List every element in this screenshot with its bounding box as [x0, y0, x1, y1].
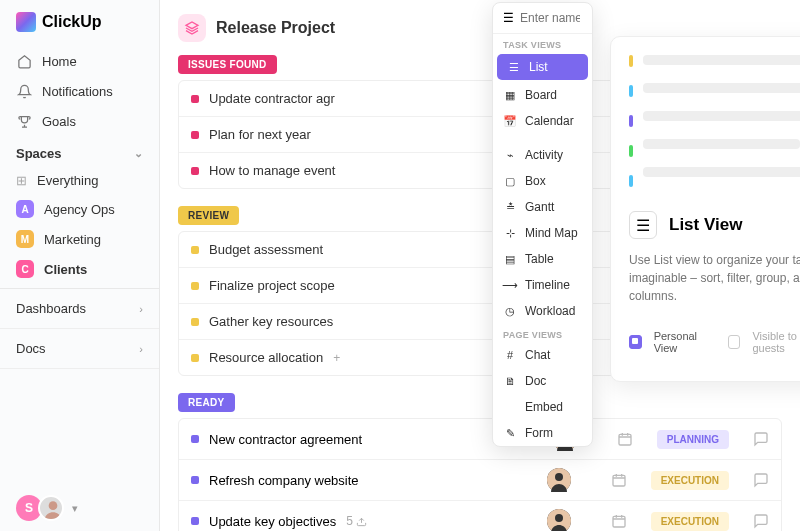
- grid-icon: ⊞: [16, 173, 27, 188]
- space-item-marketing[interactable]: MMarketing: [0, 224, 159, 254]
- comment-icon[interactable]: [753, 431, 769, 447]
- nav-docs[interactable]: Docs ›: [0, 329, 159, 369]
- task-title: Plan for next year: [209, 127, 311, 142]
- view-option-gantt[interactable]: ≛Gantt: [493, 194, 592, 220]
- space-everything-label: Everything: [37, 173, 98, 188]
- preview-description: Use List view to organize your tasks in …: [629, 251, 800, 305]
- view-name-input[interactable]: [520, 11, 580, 25]
- view-option-list[interactable]: ☰List: [497, 54, 588, 80]
- status-dot: [191, 167, 199, 175]
- spaces-header[interactable]: Spaces ⌄: [0, 136, 159, 167]
- view-preview-panel: ☰ List View Use List view to organize yo…: [610, 36, 800, 382]
- task-row[interactable]: Update key objectives5 EXECUTION: [179, 501, 781, 531]
- space-item-agency-ops[interactable]: AAgency Ops: [0, 194, 159, 224]
- visible-guests-checkbox[interactable]: [728, 335, 741, 349]
- chevron-down-icon: ▾: [72, 502, 78, 515]
- view-option-embed[interactable]: Embed: [493, 394, 592, 420]
- status-dot: [191, 435, 199, 443]
- status-dot: [191, 95, 199, 103]
- space-item-clients[interactable]: CClients: [0, 254, 159, 284]
- doc-icon: 🗎: [503, 374, 517, 388]
- list-icon: ☰: [503, 11, 514, 25]
- task-title: Finalize project scope: [209, 278, 335, 293]
- user-switcher[interactable]: S ▾: [16, 495, 78, 521]
- brand-name: ClickUp: [42, 13, 102, 31]
- ready-task-list: New contractor agreement PLANNING Refres…: [178, 418, 782, 531]
- view-option-mind-map[interactable]: ⊹Mind Map: [493, 220, 592, 246]
- chevron-right-icon: ›: [139, 303, 143, 315]
- space-badge: A: [16, 200, 34, 218]
- nav-dashboards-label: Dashboards: [16, 301, 86, 316]
- view-option-label: Activity: [525, 148, 563, 162]
- svg-point-5: [555, 473, 563, 481]
- task-tag[interactable]: EXECUTION: [651, 471, 729, 490]
- section-badge-ready[interactable]: READY: [178, 393, 235, 412]
- nav-dashboards[interactable]: Dashboards ›: [0, 289, 159, 329]
- view-option-label: Gantt: [525, 200, 554, 214]
- task-row[interactable]: Refresh company website EXECUTION: [179, 460, 781, 501]
- nav-docs-label: Docs: [16, 341, 46, 356]
- calendar-icon[interactable]: [611, 513, 627, 529]
- space-name: Agency Ops: [44, 202, 115, 217]
- svg-point-8: [555, 514, 563, 522]
- space-name: Marketing: [44, 232, 101, 247]
- comment-icon[interactable]: [753, 472, 769, 488]
- personal-view-label: Personal View: [654, 330, 716, 354]
- subtask-count: 5: [346, 514, 367, 528]
- box-icon: ▢: [503, 174, 517, 188]
- workload-icon: ◷: [503, 304, 517, 318]
- user-avatar-photo: [38, 495, 64, 521]
- calendar-icon[interactable]: [611, 472, 627, 488]
- view-option-label: Mind Map: [525, 226, 578, 240]
- task-tag[interactable]: EXECUTION: [651, 512, 729, 531]
- task-row[interactable]: New contractor agreement PLANNING: [179, 419, 781, 460]
- view-option-calendar[interactable]: 📅Calendar: [493, 108, 592, 134]
- preview-skeleton: [629, 55, 800, 191]
- chevron-down-icon: ⌄: [134, 147, 143, 160]
- task-title: Budget assessment: [209, 242, 323, 257]
- section-ready: READY New contractor agreement PLANNING …: [178, 392, 782, 531]
- status-dot: [191, 282, 199, 290]
- activity-icon: ⌁: [503, 148, 517, 162]
- timeline-icon: ⟶: [503, 278, 517, 292]
- svg-rect-6: [613, 475, 625, 486]
- nav-goals[interactable]: Goals: [0, 106, 159, 136]
- project-icon: [178, 14, 206, 42]
- status-dot: [191, 476, 199, 484]
- view-option-form[interactable]: ✎Form: [493, 420, 592, 446]
- page-views-label: PAGE VIEWS: [493, 324, 592, 342]
- view-option-table[interactable]: ▤Table: [493, 246, 592, 272]
- personal-view-checkbox[interactable]: [629, 335, 642, 349]
- view-option-chat[interactable]: #Chat: [493, 342, 592, 368]
- nav-home[interactable]: Home: [0, 46, 159, 76]
- view-option-doc[interactable]: 🗎Doc: [493, 368, 592, 394]
- nav-notifications-label: Notifications: [42, 84, 113, 99]
- view-option-board[interactable]: ▦Board: [493, 82, 592, 108]
- svg-rect-9: [613, 516, 625, 527]
- add-subtask-icon[interactable]: +: [333, 351, 340, 365]
- task-views-label: TASK VIEWS: [493, 34, 592, 52]
- space-everything[interactable]: ⊞ Everything: [0, 167, 159, 194]
- home-icon: [16, 53, 32, 69]
- nav-notifications[interactable]: Notifications: [0, 76, 159, 106]
- calendar-icon[interactable]: [617, 431, 633, 447]
- task-tag[interactable]: PLANNING: [657, 430, 729, 449]
- view-option-timeline[interactable]: ⟶Timeline: [493, 272, 592, 298]
- task-title: Gather key resources: [209, 314, 333, 329]
- view-option-activity[interactable]: ⌁Activity: [493, 142, 592, 168]
- section-badge-issues[interactable]: ISSUES FOUND: [178, 55, 277, 74]
- status-dot: [191, 131, 199, 139]
- assignee-avatar[interactable]: [547, 468, 571, 492]
- view-option-label: Embed: [525, 400, 563, 414]
- task-title: Update key objectives: [209, 514, 336, 529]
- comment-icon[interactable]: [753, 513, 769, 529]
- view-option-workload[interactable]: ◷Workload: [493, 298, 592, 324]
- view-option-box[interactable]: ▢Box: [493, 168, 592, 194]
- section-badge-review[interactable]: REVIEW: [178, 206, 239, 225]
- assignee-avatar[interactable]: [547, 509, 571, 531]
- nav-home-label: Home: [42, 54, 77, 69]
- brand-logo[interactable]: ClickUp: [0, 12, 159, 46]
- view-option-label: Calendar: [525, 114, 574, 128]
- view-option-label: Workload: [525, 304, 575, 318]
- task-title: Update contractor agr: [209, 91, 335, 106]
